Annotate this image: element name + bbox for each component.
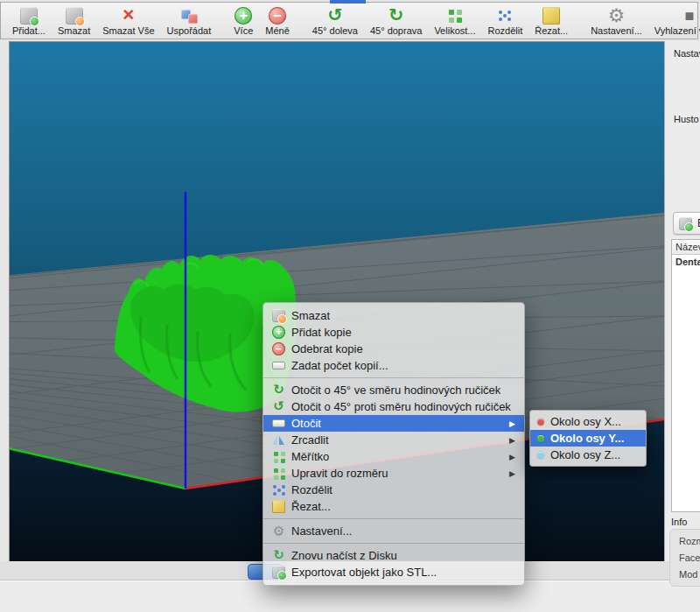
rotate-left-icon — [326, 7, 344, 25]
application-window: Přidat...SmazatSmazat VšeUspořádatVíceMé… — [0, 0, 700, 612]
menu-item-label: Smazat — [291, 309, 330, 322]
menu-item-label: Zrcadlit — [291, 433, 329, 447]
toolbar-button-label: Smazat — [58, 25, 90, 37]
scale-arrows-icon — [272, 467, 285, 480]
box-export-icon — [272, 566, 285, 579]
menu-item-label: Odebrat kopie — [291, 342, 363, 355]
menu-item-label: Přidat kopie — [291, 326, 352, 339]
menu-separator — [263, 377, 524, 378]
object-row[interactable]: Dental_ — [672, 255, 700, 269]
plus-circle-icon — [234, 7, 252, 25]
rotate-submenu: Okolo osy X...Okolo osy Y...Okolo osy Z.… — [529, 410, 647, 467]
toolbar-button-vyhlazeni-vrstev[interactable]: Vyhlazení vrstev — [648, 4, 700, 38]
rect-icon — [272, 419, 285, 427]
split-dots-icon — [272, 483, 285, 496]
delete-all-icon — [120, 7, 137, 25]
menu-item-label: Znovu načíst z Disku — [291, 549, 397, 562]
toolbar-button-nastaveni[interactable]: Nastavení... — [584, 4, 648, 38]
reload-icon — [272, 549, 285, 562]
menu-item-label: Otočit — [291, 417, 321, 430]
split-dots-icon — [496, 7, 514, 25]
submenu-arrow-icon: ▶ — [502, 469, 515, 478]
toolbar-button-label: Uspořádat — [167, 25, 212, 37]
context-menu: SmazatPřidat kopieOdebrat kopieZadat poč… — [262, 302, 525, 586]
submenu-item-label: Okolo osy Y... — [550, 432, 624, 445]
submenu-item-label: Okolo osy Z... — [550, 448, 620, 461]
mirror-icon — [272, 433, 285, 447]
scale-arrows-icon — [446, 7, 464, 25]
menu-item-smazat[interactable]: Smazat — [263, 307, 524, 324]
menu-item-otocit-o-45-ve-smeru-hodinovych-rucicek[interactable]: Otočit o 45° ve směru hodinových ručiček — [263, 382, 524, 398]
menu-item-exportovat-objekt-jako-stl[interactable]: Exportovat objekt jako STL... — [263, 564, 524, 580]
menu-item-pridat-kopie[interactable]: Přidat kopie — [263, 324, 524, 341]
cut-box-icon — [272, 500, 285, 513]
toolbar-button-label: Velikost... — [434, 25, 475, 37]
toolbar-button-rozdelit[interactable]: Rozdělit — [481, 4, 528, 38]
menu-item-label: Měřítko — [291, 450, 329, 463]
toolbar-button-rezat[interactable]: Řezat... — [528, 4, 574, 38]
rotate-left-icon — [272, 400, 285, 413]
menu-item-label: Exportovat objekt jako STL... — [291, 566, 437, 579]
toolbar-button-45-doprava[interactable]: 45° doprava — [364, 4, 428, 38]
menu-item-meritko[interactable]: Měřítko▶ — [263, 448, 524, 465]
menu-item-odebrat-kopie[interactable]: Odebrat kopie — [263, 341, 524, 357]
submenu-arrow-icon: ▶ — [502, 436, 515, 445]
toolbar-button-label: 45° doprava — [370, 25, 422, 37]
minus-circle-icon — [269, 7, 286, 25]
object-list-header: Název — [672, 240, 700, 255]
object-list[interactable]: Název Dental_ — [671, 239, 700, 512]
layers-square-icon — [681, 7, 698, 25]
menu-item-rozdelit[interactable]: Rozdělit — [263, 482, 524, 498]
toolbar-button-label: Smazat Vše — [102, 25, 154, 37]
box-remove-icon — [272, 309, 285, 322]
active-tab-indicator — [330, 0, 366, 4]
submenu-item-okolo-osy-y[interactable]: Okolo osy Y... — [530, 430, 646, 447]
menu-item-label: Řezat... — [291, 500, 331, 513]
toolbar-button-label: Přidat... — [12, 25, 46, 37]
submenu-item-okolo-osy-x[interactable]: Okolo osy X... — [530, 413, 646, 430]
toolbar-button-usporadat[interactable]: Uspořádat — [161, 4, 218, 38]
toolbar-button-label: 45° doleva — [312, 25, 358, 37]
export-icon — [679, 217, 692, 230]
gear-icon — [272, 524, 285, 538]
scale-arrows-icon — [272, 450, 285, 463]
arrange-icon — [180, 7, 198, 25]
menu-item-rezat[interactable]: Řezat... — [263, 498, 524, 515]
menu-item-otocit[interactable]: Otočit▶ — [263, 415, 524, 432]
menu-item-zrcadlit[interactable]: Zrcadlit▶ — [263, 432, 524, 448]
rotate-right-icon — [388, 7, 405, 25]
menu-item-otocit-o-45-proti-smeru-hodinovych-rucicek[interactable]: Otočit o 45° proti směru hodinových ruči… — [263, 398, 524, 415]
toolbar-button-smazat[interactable]: Smazat — [52, 4, 96, 38]
toolbar-button-velikost[interactable]: Velikost... — [428, 4, 481, 38]
print-settings-label: Nastav — [674, 48, 700, 59]
menu-item-zadat-pocet-kopii[interactable]: Zadat počet kopií... — [263, 357, 524, 374]
menu-item-upravit-do-rozmeru[interactable]: Upravit do rozměru▶ — [263, 465, 524, 482]
menu-item-znovu-nacist-z-disku[interactable]: Znovu načíst z Disku — [263, 547, 524, 564]
info-label: Info — [671, 517, 687, 527]
menu-item-label: Rozdělit — [291, 483, 332, 496]
info-box: RozmFaceMod — [669, 529, 700, 587]
info-row: Face — [679, 550, 700, 566]
toolbar-button-label: Vyhlazení vrstev — [654, 25, 700, 37]
density-label: Husto — [674, 114, 699, 124]
export-button[interactable]: E — [673, 212, 700, 235]
menu-separator — [263, 518, 524, 519]
rect-icon — [272, 362, 285, 369]
menu-item-label: Otočit o 45° ve směru hodinových ručiček — [291, 383, 500, 397]
toolbar-button-pridat[interactable]: Přidat... — [6, 4, 52, 38]
rotate-right-icon — [272, 383, 285, 397]
axis-dot-icon — [537, 419, 544, 426]
toolbar-button-mene[interactable]: Méně — [259, 4, 296, 38]
gear-icon — [607, 7, 625, 25]
menu-item-label: Zadat počet kopií... — [291, 359, 388, 372]
axis-dot-icon — [537, 435, 544, 442]
toolbar-button-vice[interactable]: Více — [228, 4, 259, 38]
submenu-item-okolo-osy-z[interactable]: Okolo osy Z... — [530, 447, 646, 463]
toolbar-button-smazat-vse[interactable]: Smazat Vše — [96, 4, 160, 38]
box-remove-icon — [66, 7, 83, 25]
submenu-arrow-icon: ▶ — [502, 453, 515, 461]
toolbar-button-45-doleva[interactable]: 45° doleva — [306, 4, 364, 38]
settings-sidebar: Nastav Husto E Název Dental_ Info RozmFa… — [664, 41, 700, 561]
menu-item-label: Nastavení... — [291, 524, 352, 538]
menu-item-nastaveni[interactable]: Nastavení... — [263, 523, 524, 539]
